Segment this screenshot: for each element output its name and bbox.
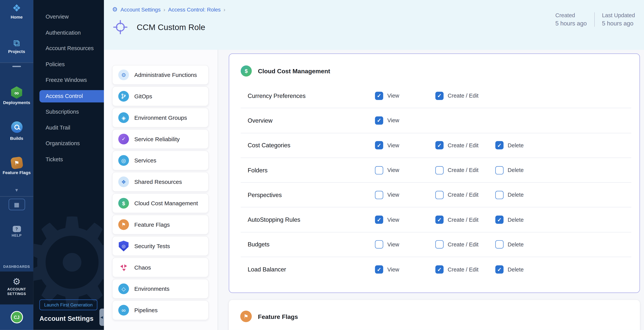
- resource-card-services[interactable]: ◎ Services: [112, 150, 208, 170]
- checkbox-label: Create / Edit: [448, 266, 478, 273]
- view-checkbox[interactable]: [375, 240, 383, 249]
- breadcrumb-access-control-roles[interactable]: Access Control: Roles: [168, 6, 220, 13]
- nav-collapse-handle[interactable]: ◀: [99, 308, 104, 326]
- delete-checkbox[interactable]: [496, 141, 504, 149]
- nav-item-subscriptions[interactable]: Subscriptions: [33, 106, 104, 118]
- module-picker-button[interactable]: ▦: [0, 199, 33, 210]
- create-edit-checkbox[interactable]: [436, 191, 444, 199]
- sidebar-item-feature-flags[interactable]: ⚑ Feature Flags: [0, 157, 33, 175]
- user-avatar-button[interactable]: CJ: [0, 311, 33, 323]
- harness-app-window: ❖ Home ⧉ Projects ∞ Deployments Builds ⚑…: [0, 0, 644, 330]
- breadcrumb-account-settings[interactable]: Account Settings: [120, 6, 160, 13]
- resource-card-label: Cloud Cost Management: [134, 200, 198, 206]
- resource-card-environment-groups[interactable]: ◈ Environment Groups: [112, 108, 208, 127]
- permission-row-label: Load Balancer: [248, 266, 286, 273]
- permission-row-label: Cost Categories: [248, 142, 290, 148]
- checkbox-label: Delete: [508, 192, 524, 198]
- create-edit-checkbox[interactable]: [436, 92, 444, 100]
- checkbox-label: View: [387, 142, 399, 148]
- resource-card-shared-resources[interactable]: ❖ Shared Resources: [112, 172, 208, 192]
- sidebar-item-dashboards[interactable]: DASHBOARDS: [0, 253, 33, 268]
- checkbox-label: View: [387, 192, 399, 198]
- resource-card-environments[interactable]: ◇ Environments: [112, 279, 208, 299]
- create-edit-checkbox[interactable]: [436, 240, 444, 249]
- feature-flags-flag-icon: ⚑: [10, 156, 23, 170]
- resource-card-service-reliability[interactable]: ✓ Service Reliability: [112, 129, 208, 149]
- resource-card-chaos[interactable]: Chaos: [112, 257, 208, 277]
- section-title: Feature Flags: [258, 313, 298, 320]
- checkbox-label: Delete: [508, 266, 524, 273]
- resource-group-list: ⚙ Administrative Functions GitOps ◈ Envi…: [104, 50, 218, 330]
- delete-checkbox[interactable]: [496, 216, 504, 224]
- nav-item-account-resources[interactable]: Account Resources: [33, 43, 104, 55]
- breadcrumb-separator: ›: [224, 6, 225, 13]
- last-updated-value: 5 hours ago: [602, 20, 635, 27]
- launch-first-generation-button[interactable]: Launch First Generation: [39, 300, 97, 310]
- sidebar-item-account-settings[interactable]: ⚙ ACCOUNT SETTINGS: [0, 271, 33, 304]
- sidebar-item-builds[interactable]: Builds: [0, 121, 33, 141]
- permission-row-overview: Overview View Create / Edit Delete: [241, 108, 631, 133]
- last-updated-label: Last Updated: [602, 13, 635, 19]
- create-edit-checkbox[interactable]: [436, 166, 444, 174]
- checkbox-label: View: [387, 117, 399, 124]
- hex-nut-icon: ◎: [118, 155, 129, 166]
- shield-scan-icon: ◎: [118, 241, 129, 251]
- rail-item-label: Feature Flags: [0, 170, 33, 175]
- resource-card-gitops[interactable]: GitOps: [112, 86, 208, 106]
- nav-item-tickets[interactable]: Tickets: [33, 153, 104, 166]
- checkbox-label: Create / Edit: [448, 192, 478, 198]
- permissions-area: $ Cloud Cost Management Currency Prefere…: [218, 50, 644, 330]
- nav-item-overview[interactable]: Overview: [33, 11, 104, 23]
- resource-card-pipelines[interactable]: ∞ Pipelines: [112, 300, 208, 320]
- resource-card-cloud-cost-management[interactable]: $ Cloud Cost Management: [112, 193, 208, 213]
- checkbox-label: Delete: [508, 142, 524, 148]
- module-grid-icon: ▦: [8, 199, 25, 210]
- dashboards-grid-icon: [13, 257, 20, 263]
- sidebar-item-projects[interactable]: ⧉ Projects: [0, 39, 33, 54]
- nav-item-policies[interactable]: Policies: [33, 58, 104, 71]
- nav-item-freeze-windows[interactable]: Freeze Windows: [33, 74, 104, 87]
- nav-footer-title: Account Settings: [39, 315, 94, 322]
- delete-checkbox[interactable]: [496, 166, 504, 174]
- view-checkbox[interactable]: [375, 166, 383, 174]
- created-value: 5 hours ago: [556, 20, 587, 27]
- checkbox-label: View: [387, 167, 399, 173]
- view-checkbox[interactable]: [375, 141, 383, 149]
- sidebar-item-home[interactable]: ❖ Home: [0, 3, 33, 19]
- view-checkbox[interactable]: [375, 92, 383, 100]
- resource-card-label: Administrative Functions: [134, 72, 197, 78]
- section-header: $ Cloud Cost Management: [241, 65, 330, 77]
- nav-item-audit-trail[interactable]: Audit Trail: [33, 121, 104, 134]
- sidebar-item-deployments[interactable]: ∞ Deployments: [0, 86, 33, 105]
- rail-more-modules-chevron[interactable]: ▼: [0, 186, 33, 193]
- breadcrumb-separator: ›: [164, 6, 165, 13]
- create-edit-checkbox[interactable]: [436, 141, 444, 149]
- checkbox-label: Delete: [508, 241, 524, 248]
- checkbox-label: Create / Edit: [448, 93, 478, 99]
- rail-item-label: Deployments: [0, 100, 33, 105]
- resource-card-label: Environment Groups: [134, 114, 187, 121]
- create-edit-checkbox[interactable]: [436, 216, 444, 224]
- view-checkbox[interactable]: [375, 216, 383, 224]
- resource-card-feature-flags[interactable]: ⚑ Feature Flags: [112, 215, 208, 235]
- view-checkbox[interactable]: [375, 116, 383, 124]
- view-checkbox[interactable]: [375, 191, 383, 199]
- nav-item-organizations[interactable]: Organizations: [33, 137, 104, 150]
- create-edit-checkbox[interactable]: [436, 266, 444, 274]
- permission-row-cost-categories: Cost Categories View Create / Edit Delet…: [241, 133, 631, 158]
- nav-item-authentication[interactable]: Authentication: [33, 27, 104, 39]
- resource-card-label: Environments: [134, 285, 170, 292]
- delete-checkbox[interactable]: [496, 240, 504, 249]
- delete-checkbox[interactable]: [496, 266, 504, 274]
- resource-card-security-tests[interactable]: ◎ Security Tests: [112, 236, 208, 256]
- delete-checkbox[interactable]: [496, 191, 504, 199]
- project-selector-collapsed[interactable]: [12, 66, 21, 67]
- nav-item-access-control[interactable]: Access Control: [39, 90, 104, 103]
- gear-icon: ⚙: [118, 69, 129, 80]
- git-branch-icon: [118, 91, 129, 102]
- view-checkbox[interactable]: [375, 266, 383, 274]
- sidebar-item-help[interactable]: ? HELP: [0, 225, 33, 237]
- breadcrumb: ⚙ Account Settings › Access Control: Rol…: [112, 6, 225, 13]
- resource-card-label: GitOps: [134, 93, 152, 99]
- resource-card-administrative-functions[interactable]: ⚙ Administrative Functions: [112, 65, 208, 85]
